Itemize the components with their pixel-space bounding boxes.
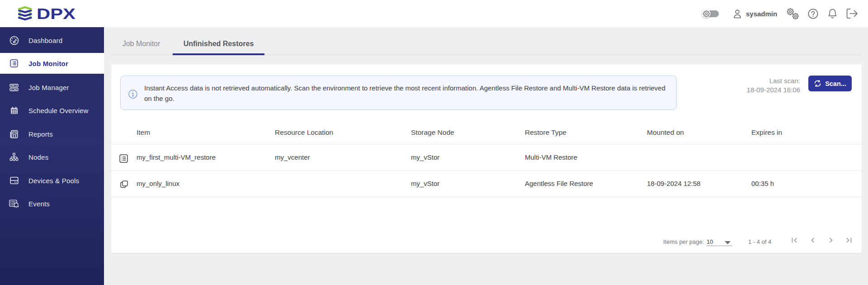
svg-text:DPX: DPX xyxy=(37,5,75,22)
